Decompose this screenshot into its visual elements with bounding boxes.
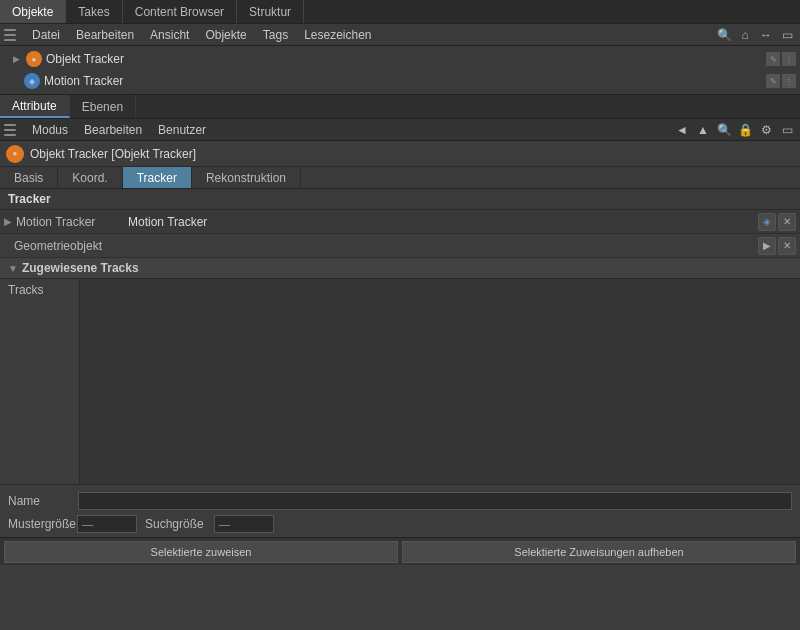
menu-bar: Datei Bearbeiten Ansicht Objekte Tags Le…: [0, 24, 800, 46]
menu-tags[interactable]: Tags: [255, 24, 296, 46]
size-fields-row: Mustergröße Suchgröße: [8, 515, 792, 533]
attr-left-arrow-icon[interactable]: ◄: [673, 121, 691, 139]
menu-datei[interactable]: Datei: [24, 24, 68, 46]
menu-lesezeichen[interactable]: Lesezeichen: [296, 24, 379, 46]
motion-tracker-link-btn[interactable]: ◈: [758, 213, 776, 231]
menu-ansicht[interactable]: Ansicht: [142, 24, 197, 46]
tab-struktur[interactable]: Struktur: [237, 0, 304, 23]
geo-link-btn[interactable]: ▶: [758, 237, 776, 255]
tab-content-browser[interactable]: Content Browser: [123, 0, 237, 23]
subtab-tracker[interactable]: Tracker: [123, 167, 192, 188]
tracks-section-toggle[interactable]: ▼ Zugewiesene Tracks: [0, 258, 800, 279]
expand-arrow-icon: ▶: [8, 51, 24, 67]
objekt-tracker-icon: ●: [26, 51, 42, 67]
motion-tracker-clear-btn[interactable]: ✕: [778, 213, 796, 231]
muster-group: Mustergröße: [8, 515, 137, 533]
tracks-body: Tracks: [0, 279, 800, 484]
motion-action-edit[interactable]: ✎: [766, 74, 780, 88]
assign-button[interactable]: Selektierte zuweisen: [4, 541, 398, 563]
object-title-bar: ● Objekt Tracker [Objekt Tracker]: [0, 141, 800, 167]
attr-search-icon[interactable]: 🔍: [715, 121, 733, 139]
attr-menu-benutzer[interactable]: Benutzer: [150, 119, 214, 141]
tracks-content-area[interactable]: [80, 279, 800, 484]
such-input[interactable]: [214, 515, 274, 533]
menu-objekte[interactable]: Objekte: [197, 24, 254, 46]
name-field-row: Name: [8, 489, 792, 513]
tracks-section: ▼ Zugewiesene Tracks Tracks: [0, 258, 800, 484]
attr-menu-modus[interactable]: Modus: [24, 119, 76, 141]
window-icon[interactable]: ▭: [778, 26, 796, 44]
tracks-label: Tracks: [0, 279, 80, 484]
motion-tracker-prop-row: ▶ Motion Tracker Motion Tracker ◈ ✕: [0, 210, 800, 234]
object-row-motion-tracker[interactable]: ◈ Motion Tracker ✎ ⋮: [0, 70, 800, 92]
attr-settings-icon[interactable]: ⚙: [757, 121, 775, 139]
geo-clear-btn[interactable]: ✕: [778, 237, 796, 255]
tab-ebenen[interactable]: Ebenen: [70, 95, 136, 118]
object-row-tracker[interactable]: ▶ ● Objekt Tracker ✎ ⋮: [0, 48, 800, 70]
tab-objekte[interactable]: Objekte: [0, 0, 66, 23]
geometrieobjekt-prop-row: Geometrieobjekt ▶ ✕: [0, 234, 800, 258]
tab-attribute[interactable]: Attribute: [0, 95, 70, 118]
menu-bearbeiten[interactable]: Bearbeiten: [68, 24, 142, 46]
name-input[interactable]: [78, 492, 792, 510]
attr-up-arrow-icon[interactable]: ▲: [694, 121, 712, 139]
motion-tracker-label: Motion Tracker: [44, 74, 766, 88]
bottom-buttons-bar: Selektierte zuweisen Selektierte Zuweisu…: [0, 537, 800, 565]
home-icon[interactable]: ⌂: [736, 26, 754, 44]
tracks-collapse-arrow-icon: ▼: [8, 263, 18, 274]
muster-label: Mustergröße: [8, 517, 73, 531]
top-tab-bar: Objekte Takes Content Browser Struktur: [0, 0, 800, 24]
object-list: ▶ ● Objekt Tracker ✎ ⋮ ◈ Motion Tracker …: [0, 46, 800, 95]
name-label: Name: [8, 494, 78, 508]
motion-tracker-icon: ◈: [24, 73, 40, 89]
attr-grid-icon: [4, 122, 20, 138]
prop-arrow-icon: ▶: [4, 216, 12, 227]
obj-action-dots[interactable]: ⋮: [782, 52, 796, 66]
sub-tab-bar: Basis Koord. Tracker Rekonstruktion: [0, 167, 800, 189]
objekt-tracker-label: Objekt Tracker: [46, 52, 766, 66]
obj-action-edit[interactable]: ✎: [766, 52, 780, 66]
such-label: Suchgröße: [145, 517, 210, 531]
tab-takes[interactable]: Takes: [66, 0, 122, 23]
object-title: Objekt Tracker [Objekt Tracker]: [30, 147, 196, 161]
bottom-fields: Name Mustergröße Suchgröße: [0, 484, 800, 537]
remove-assign-button[interactable]: Selektierte Zuweisungen aufheben: [402, 541, 796, 563]
subtab-basis[interactable]: Basis: [0, 167, 58, 188]
subtab-koord[interactable]: Koord.: [58, 167, 122, 188]
such-group: Suchgröße: [145, 515, 274, 533]
attr-tab-bar: Attribute Ebenen: [0, 95, 800, 119]
motion-action-dots[interactable]: ⋮: [782, 74, 796, 88]
obj-title-icon: ●: [6, 145, 24, 163]
grid-icon: [4, 27, 20, 43]
motion-tracker-value: Motion Tracker: [120, 215, 758, 229]
tracks-section-label: Zugewiesene Tracks: [22, 261, 139, 275]
muster-input[interactable]: [77, 515, 137, 533]
attr-menu-bearbeiten[interactable]: Bearbeiten: [76, 119, 150, 141]
tracker-section-header: Tracker: [0, 189, 800, 210]
expand-icon[interactable]: ↔: [757, 26, 775, 44]
attr-menu-bar: Modus Bearbeiten Benutzer ◄ ▲ 🔍 🔒 ⚙ ▭: [0, 119, 800, 141]
subtab-rekonstruktion[interactable]: Rekonstruktion: [192, 167, 301, 188]
attr-lock-icon[interactable]: 🔒: [736, 121, 754, 139]
attr-expand2-icon[interactable]: ▭: [778, 121, 796, 139]
geometrieobjekt-label: Geometrieobjekt: [0, 239, 120, 253]
search-icon[interactable]: 🔍: [715, 26, 733, 44]
